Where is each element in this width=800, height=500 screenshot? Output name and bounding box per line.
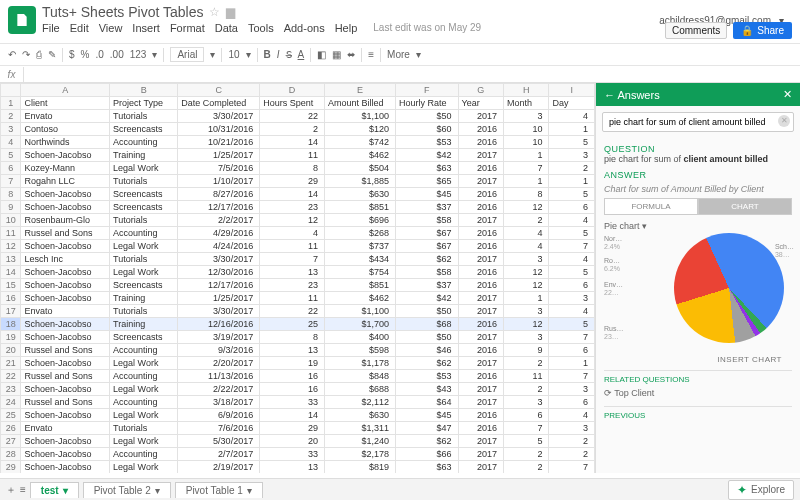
cell[interactable]: $58 [396,214,459,227]
cell[interactable]: $50 [396,110,459,123]
cell[interactable]: 12 [503,201,548,214]
row-header[interactable]: 3 [1,123,21,136]
cell[interactable]: 7 [549,370,595,383]
cell[interactable]: 4/29/2016 [178,227,260,240]
row-header[interactable]: 22 [1,370,21,383]
row-header[interactable]: 10 [1,214,21,227]
row-header[interactable]: 7 [1,175,21,188]
cell[interactable]: Hourly Rate [396,97,459,110]
cell[interactable]: 5 [549,266,595,279]
more-button[interactable]: More [387,49,410,60]
cell[interactable]: Schoen-Jacobso [21,240,110,253]
cell[interactable]: 16 [260,370,325,383]
row-header[interactable]: 21 [1,357,21,370]
cell[interactable]: Legal Work [110,461,178,474]
text-color-icon[interactable]: A [298,49,305,60]
cell[interactable]: Accounting [110,448,178,461]
doc-title[interactable]: Tuts+ Sheets Pivot Tables [42,4,203,20]
cell[interactable]: Screencasts [110,201,178,214]
cell[interactable]: 2/22/2017 [178,383,260,396]
table-row[interactable]: 8Schoen-JacobsoScreencasts8/27/201614$63… [1,188,595,201]
col-header[interactable]: H [503,84,548,97]
cell[interactable]: 2017 [458,396,503,409]
cell[interactable]: $462 [324,292,395,305]
row-header[interactable]: 4 [1,136,21,149]
cell[interactable]: 1 [549,123,595,136]
cell[interactable]: 33 [260,448,325,461]
cell[interactable]: Envato [21,422,110,435]
cell[interactable]: Legal Work [110,383,178,396]
cell[interactable]: 7/6/2016 [178,422,260,435]
decimal-inc-icon[interactable]: .00 [110,49,124,60]
cell[interactable]: 33 [260,396,325,409]
cell[interactable]: $53 [396,136,459,149]
cell[interactable]: 20 [260,435,325,448]
bold-icon[interactable]: B [264,49,271,60]
cell[interactable]: 12/17/2016 [178,201,260,214]
cell[interactable]: 4 [549,253,595,266]
cell[interactable]: 2 [549,162,595,175]
cell[interactable]: $1,240 [324,435,395,448]
cell[interactable]: Legal Work [110,357,178,370]
cell[interactable]: $1,100 [324,305,395,318]
row-header[interactable]: 16 [1,292,21,305]
table-row[interactable]: 17EnvatoTutorials3/30/201722$1,100$50201… [1,305,595,318]
cell[interactable]: Schoen-Jacobso [21,448,110,461]
table-row[interactable]: 15Schoen-JacobsoScreencasts12/17/201623$… [1,279,595,292]
percent-icon[interactable]: % [81,49,90,60]
tab-chart[interactable]: CHART [698,198,792,215]
cell[interactable]: 2016 [458,266,503,279]
cell[interactable]: 6 [549,279,595,292]
cell[interactable]: $58 [396,266,459,279]
cell[interactable]: Rogahn LLC [21,175,110,188]
cell[interactable]: 11 [260,149,325,162]
cell[interactable]: Russel and Sons [21,344,110,357]
cell[interactable]: 13 [260,461,325,474]
all-sheets-button[interactable]: ≡ [20,484,26,495]
cell[interactable]: 2/2/2017 [178,214,260,227]
cell[interactable]: Schoen-Jacobso [21,357,110,370]
cell[interactable]: 6/9/2016 [178,409,260,422]
row-header[interactable]: 12 [1,240,21,253]
cell[interactable]: Tutorials [110,422,178,435]
table-row[interactable]: 23Schoen-JacobsoLegal Work2/22/201716$68… [1,383,595,396]
cell[interactable]: Legal Work [110,240,178,253]
cell[interactable]: 19 [260,357,325,370]
cell[interactable]: Rosenbaum-Glo [21,214,110,227]
cell[interactable]: Northwinds [21,136,110,149]
row-header[interactable]: 25 [1,409,21,422]
cell[interactable]: 2017 [458,383,503,396]
cell[interactable]: Envato [21,110,110,123]
folder-icon[interactable]: ▆ [226,5,235,19]
cell[interactable]: Schoen-Jacobso [21,201,110,214]
undo-icon[interactable]: ↶ [8,49,16,60]
cell[interactable]: Schoen-Jacobso [21,383,110,396]
cell[interactable]: 5/30/2017 [178,435,260,448]
sheet-tab-pivot2[interactable]: Pivot Table 2 ▾ [83,482,171,498]
cell[interactable]: 10/21/2016 [178,136,260,149]
table-row[interactable]: 3ContosoScreencasts10/31/20162$120$60201… [1,123,595,136]
answers-search-input[interactable] [602,112,794,132]
table-row[interactable]: 2EnvatoTutorials3/30/201722$1,100$502017… [1,110,595,123]
cell[interactable]: 11/13/2016 [178,370,260,383]
cell[interactable]: $120 [324,123,395,136]
table-row[interactable]: 16Schoen-JacobsoTraining1/25/201711$462$… [1,292,595,305]
cell[interactable]: 3 [549,292,595,305]
table-row[interactable]: 6Kozey-MannLegal Work7/5/20168$504$63201… [1,162,595,175]
borders-icon[interactable]: ▦ [332,49,341,60]
close-icon[interactable]: ✕ [783,88,792,101]
align-icon[interactable]: ≡ [368,49,374,60]
cell[interactable]: Kozey-Mann [21,162,110,175]
cell[interactable]: 4 [503,240,548,253]
cell[interactable]: 2016 [458,422,503,435]
row-header[interactable]: 17 [1,305,21,318]
table-row[interactable]: 18Schoen-JacobsoTraining12/16/201625$1,7… [1,318,595,331]
cell[interactable]: 5 [549,188,595,201]
cell[interactable]: Legal Work [110,435,178,448]
cell[interactable]: $37 [396,279,459,292]
row-header[interactable]: 5 [1,149,21,162]
cell[interactable]: 2016 [458,201,503,214]
cell[interactable]: $60 [396,123,459,136]
cell[interactable]: Screencasts [110,123,178,136]
cell[interactable]: 3 [549,422,595,435]
